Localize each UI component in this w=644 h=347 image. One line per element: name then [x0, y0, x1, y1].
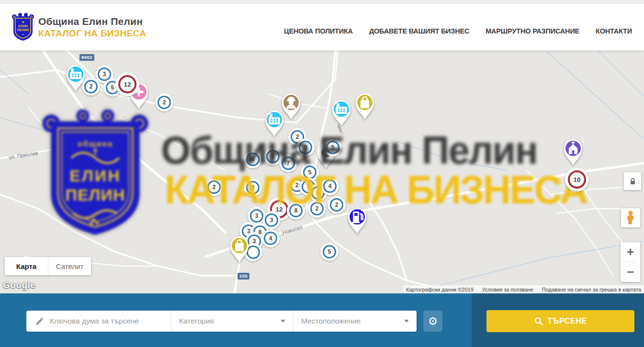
map-attribution: Картографски данни ©2019 Условия за полз…: [403, 285, 644, 293]
search-button-label: ТЪРСЕНЕ: [548, 317, 587, 325]
pencil-icon: [35, 317, 44, 326]
cluster-marker[interactable]: 10: [565, 168, 589, 191]
search-bar: Категория Местоположение ⚙ ТЪРСЕНЕ: [0, 293, 644, 347]
map-type-control: Карта Сателит: [5, 257, 91, 275]
nav-add-business[interactable]: ДОБАВЕТЕ ВАШИЯТ БИЗНЕС: [369, 27, 469, 35]
page-top-strip: [0, 0, 644, 4]
municipality-crest-logo: ⌘ ЕЛИН ПЕЛИН ❧: [12, 12, 34, 42]
map-type-satellite-button[interactable]: Сателит: [48, 257, 91, 275]
main-nav: ЦЕНОВА ПОЛИТИКА ДОБАВЕТЕ ВАШИЯТ БИЗНЕС М…: [284, 27, 632, 35]
terms-link[interactable]: Условия за ползване: [482, 287, 533, 292]
svg-text:⌘: ⌘: [22, 21, 24, 23]
svg-text:ЕЛИН: ЕЛИН: [18, 24, 28, 28]
map-type-map-button[interactable]: Карта: [5, 257, 48, 275]
map-top-markers-layer: 10: [0, 51, 644, 293]
search-fields: Категория Местоположение: [26, 311, 417, 332]
location-dropdown[interactable]: Местоположение: [293, 311, 417, 332]
search-icon: [534, 317, 543, 325]
nav-route-schedule[interactable]: МАРШРУТНО РАЗПИСАНИЕ: [486, 27, 579, 35]
header: ⌘ ЕЛИН ПЕЛИН ❧ Община Елин Пелин КАТАЛОГ…: [0, 4, 644, 51]
pegman-icon: [625, 211, 636, 225]
svg-text:ПЕЛИН: ПЕЛИН: [17, 28, 29, 32]
category-dropdown[interactable]: Категория: [171, 311, 293, 332]
street-view-pegman-button[interactable]: [621, 208, 640, 227]
zoom-out-button[interactable]: −: [621, 262, 640, 282]
attribution-copyright: Картографски данни ©2019: [406, 287, 474, 292]
zoom-in-button[interactable]: +: [621, 242, 640, 262]
zoom-control: + −: [621, 242, 640, 282]
gear-icon: ⚙: [428, 315, 438, 328]
svg-text:❧: ❧: [22, 33, 24, 36]
advanced-settings-button[interactable]: ⚙: [423, 311, 442, 332]
site-subtitle: КАТАЛОГ НА БИЗНЕСА: [38, 28, 146, 39]
search-button[interactable]: ТЪРСЕНЕ: [486, 310, 634, 332]
site-title: Община Елин Пелин: [38, 16, 146, 27]
keyword-search-input[interactable]: [50, 317, 160, 325]
chevron-down-icon: [404, 320, 409, 323]
lock-control-button[interactable]: [624, 172, 641, 190]
google-map[interactable]: 6002105ул. Преславбул. „Новоселция" 3251…: [0, 51, 644, 293]
nav-pricing-policy[interactable]: ЦЕНОВА ПОЛИТИКА: [284, 27, 353, 35]
report-error-link[interactable]: Подаване на сигнал за грешка в картата: [542, 287, 641, 292]
google-logo[interactable]: Google: [3, 280, 35, 291]
category-dropdown-value: Категория: [179, 317, 281, 325]
nav-contacts[interactable]: КОНТАКТИ: [596, 27, 632, 35]
cluster-count: 10: [568, 170, 586, 189]
lock-icon: [629, 178, 636, 185]
keyword-field[interactable]: [26, 311, 171, 332]
brand[interactable]: ⌘ ЕЛИН ПЕЛИН ❧ Община Елин Пелин КАТАЛОГ…: [12, 12, 146, 42]
location-dropdown-value: Местоположение: [301, 317, 404, 325]
chevron-down-icon: [281, 320, 285, 323]
